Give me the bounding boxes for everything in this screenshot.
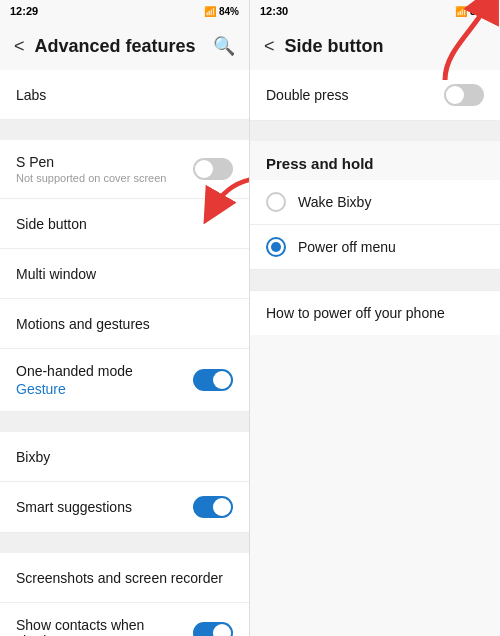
divider-1 bbox=[0, 120, 249, 140]
divider-right-1 bbox=[250, 121, 500, 141]
radio-wake-bixby[interactable]: Wake Bixby bbox=[250, 180, 500, 225]
smart-suggestions-label: Smart suggestions bbox=[16, 499, 132, 515]
status-icons-right: 📶 84% bbox=[455, 6, 490, 17]
battery-left: 84% bbox=[219, 6, 239, 17]
radio-bixby-circle[interactable] bbox=[266, 192, 286, 212]
bixby-label: Bixby bbox=[16, 449, 50, 465]
list-item-multi-window[interactable]: Multi window bbox=[0, 249, 249, 299]
wake-bixby-label: Wake Bixby bbox=[298, 194, 371, 210]
multi-window-label: Multi window bbox=[16, 266, 96, 282]
one-handed-link: Gesture bbox=[16, 381, 133, 397]
list-item-smart-suggestions[interactable]: Smart suggestions bbox=[0, 482, 249, 533]
divider-right-2 bbox=[250, 270, 500, 290]
press-hold-section-label: Press and hold bbox=[250, 141, 500, 180]
divider-3 bbox=[0, 533, 249, 553]
smart-suggestions-toggle[interactable] bbox=[193, 496, 233, 518]
divider-2 bbox=[0, 412, 249, 432]
status-bar-left: 12:29 📶 84% bbox=[0, 0, 249, 22]
page-title-right: Side button bbox=[285, 36, 486, 57]
spen-toggle[interactable] bbox=[193, 158, 233, 180]
status-icons-left: 📶 84% bbox=[204, 6, 239, 17]
double-press-row[interactable]: Double press bbox=[250, 70, 500, 121]
list-item-one-handed[interactable]: One-handed mode Gesture bbox=[0, 349, 249, 412]
back-button-left[interactable]: < bbox=[14, 36, 25, 57]
spen-text: S Pen Not supported on cover screen bbox=[16, 154, 166, 184]
show-contacts-toggle[interactable] bbox=[193, 622, 233, 636]
list-item-bixby[interactable]: Bixby bbox=[0, 432, 249, 482]
radio-power-circle[interactable] bbox=[266, 237, 286, 257]
list-item-show-contacts[interactable]: Show contacts when sharing content bbox=[0, 603, 249, 636]
left-panel: 12:29 📶 84% < Advanced features 🔍 Labs S… bbox=[0, 0, 250, 636]
screenshots-label: Screenshots and screen recorder bbox=[16, 570, 223, 586]
side-button-label: Side button bbox=[16, 216, 87, 232]
right-header: < Side button bbox=[250, 22, 500, 70]
spen-label: S Pen bbox=[16, 154, 166, 170]
battery-right: 84% bbox=[470, 6, 490, 17]
double-press-label: Double press bbox=[266, 87, 349, 103]
motions-label: Motions and gestures bbox=[16, 316, 150, 332]
one-handed-label: One-handed mode bbox=[16, 363, 133, 379]
spen-sublabel: Not supported on cover screen bbox=[16, 172, 166, 184]
double-press-toggle[interactable] bbox=[444, 84, 484, 106]
time-left: 12:29 bbox=[10, 5, 38, 17]
list-item-screenshots[interactable]: Screenshots and screen recorder bbox=[0, 553, 249, 603]
list-item-motions[interactable]: Motions and gestures bbox=[0, 299, 249, 349]
show-contacts-label: Show contacts when sharing content bbox=[16, 617, 193, 636]
list-item-labs[interactable]: Labs bbox=[0, 70, 249, 120]
how-to-power-off[interactable]: How to power off your phone bbox=[250, 290, 500, 335]
list-item-spen[interactable]: S Pen Not supported on cover screen bbox=[0, 140, 249, 199]
labs-label: Labs bbox=[16, 87, 46, 103]
time-right: 12:30 bbox=[260, 5, 288, 17]
signal-icon: 📶 bbox=[204, 6, 216, 17]
radio-power-off[interactable]: Power off menu bbox=[250, 225, 500, 270]
search-icon[interactable]: 🔍 bbox=[213, 35, 235, 57]
signal-icon-right: 📶 bbox=[455, 6, 467, 17]
status-bar-right: 12:30 📶 84% bbox=[250, 0, 500, 22]
one-handed-toggle[interactable] bbox=[193, 369, 233, 391]
one-handed-text: One-handed mode Gesture bbox=[16, 363, 133, 397]
right-panel: 12:30 📶 84% < Side button Double press P… bbox=[250, 0, 500, 636]
left-content: Labs S Pen Not supported on cover screen… bbox=[0, 70, 249, 636]
left-header: < Advanced features 🔍 bbox=[0, 22, 249, 70]
page-title-left: Advanced features bbox=[35, 36, 203, 57]
power-off-label: Power off menu bbox=[298, 239, 396, 255]
back-button-right[interactable]: < bbox=[264, 36, 275, 57]
list-item-side-button[interactable]: Side button bbox=[0, 199, 249, 249]
